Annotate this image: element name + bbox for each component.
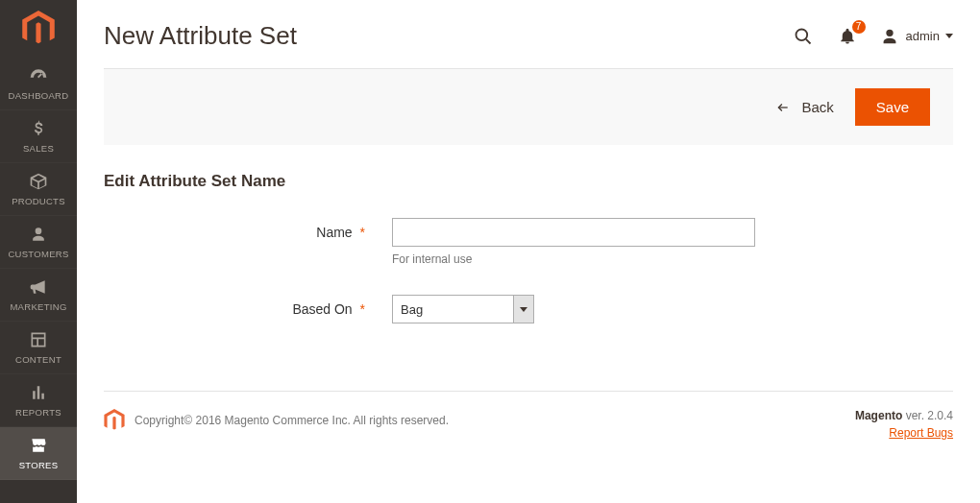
logo[interactable]: [0, 0, 77, 58]
sidebar-item-products[interactable]: PRODUCTS: [0, 163, 77, 216]
sidebar-item-reports[interactable]: REPORTS: [0, 374, 77, 427]
sidebar-item-label: DASHBOARD: [9, 90, 69, 101]
user-icon: [879, 26, 900, 47]
name-field-wrapper: For internal use: [392, 218, 755, 266]
notification-badge: 7: [852, 20, 866, 34]
chevron-down-icon: [520, 307, 527, 312]
required-mark: *: [360, 225, 365, 240]
search-button[interactable]: [791, 24, 816, 49]
copyright-text: Copyright© 2016 Magento Commerce Inc. Al…: [135, 414, 449, 427]
action-bar: Back Save: [104, 69, 953, 145]
arrow-left-icon: [774, 101, 792, 114]
magento-logo-icon: [22, 11, 55, 47]
header-actions: 7 admin: [791, 24, 953, 49]
svg-point-0: [796, 29, 807, 40]
product-name: Magento: [855, 409, 902, 422]
sidebar-item-sales[interactable]: SALES: [0, 110, 77, 163]
back-label: Back: [801, 99, 833, 115]
form-row-name: Name * For internal use: [104, 218, 953, 266]
sidebar-item-marketing[interactable]: MARKETING: [0, 269, 77, 322]
basedon-dropdown-toggle[interactable]: [513, 295, 534, 323]
admin-menu[interactable]: admin: [879, 26, 953, 47]
basedon-field-wrapper: Bag: [392, 295, 755, 323]
search-icon: [794, 27, 813, 46]
sidebar-item-label: STORES: [19, 460, 59, 470]
gauge-icon: [29, 66, 48, 85]
person-icon: [29, 225, 48, 244]
sidebar-item-label: MARKETING: [10, 301, 66, 312]
basedon-select[interactable]: Bag: [392, 295, 534, 323]
sidebar-item-label: SALES: [23, 143, 54, 154]
report-bugs-link[interactable]: Report Bugs: [889, 426, 953, 440]
action-bar-wrapper: Back Save: [104, 68, 953, 145]
save-button[interactable]: Save: [855, 88, 930, 126]
sidebar-item-label: CONTENT: [15, 354, 61, 365]
main: New Attribute Set 7 admin: [77, 0, 980, 503]
sidebar-item-label: PRODUCTS: [12, 196, 65, 206]
box-icon: [29, 172, 48, 191]
store-icon: [29, 436, 48, 455]
page-header: New Attribute Set 7 admin: [77, 0, 980, 68]
back-button[interactable]: Back: [774, 99, 833, 115]
admin-label: admin: [906, 29, 940, 43]
sidebar-item-customers[interactable]: CUSTOMERS: [0, 216, 77, 269]
page-title: New Attribute Set: [104, 21, 297, 51]
name-hint: For internal use: [392, 252, 755, 266]
name-input[interactable]: [392, 218, 755, 247]
section-title: Edit Attribute Set Name: [104, 172, 953, 191]
bar-chart-icon: [29, 383, 48, 402]
form-row-basedon: Based On * Bag: [104, 295, 953, 323]
chevron-down-icon: [945, 34, 953, 38]
basedon-value: Bag: [392, 295, 513, 323]
notifications-button[interactable]: 7: [835, 24, 860, 49]
content: Edit Attribute Set Name Name * For inter…: [77, 145, 980, 391]
footer-left: Copyright© 2016 Magento Commerce Inc. Al…: [104, 409, 449, 432]
sidebar-item-dashboard[interactable]: DASHBOARD: [0, 58, 77, 110]
magento-badge-icon: [104, 409, 125, 432]
sidebar-item-content[interactable]: CONTENT: [0, 322, 77, 374]
basedon-label: Based On *: [104, 295, 392, 323]
sidebar: DASHBOARD SALES PRODUCTS CUSTOMERS MARKE…: [0, 0, 77, 503]
megaphone-icon: [29, 277, 48, 297]
svg-line-1: [805, 38, 810, 43]
dollar-icon: [29, 119, 48, 138]
layout-icon: [29, 330, 48, 349]
footer-right: Magento ver. 2.0.4 Report Bugs: [855, 409, 953, 440]
required-mark: *: [360, 301, 365, 317]
footer: Copyright© 2016 Magento Commerce Inc. Al…: [104, 391, 953, 463]
sidebar-item-label: CUSTOMERS: [8, 249, 68, 259]
version-text: ver. 2.0.4: [902, 409, 953, 422]
name-label: Name *: [104, 218, 392, 247]
sidebar-item-stores[interactable]: STORES: [0, 427, 77, 480]
sidebar-item-label: REPORTS: [15, 407, 61, 418]
